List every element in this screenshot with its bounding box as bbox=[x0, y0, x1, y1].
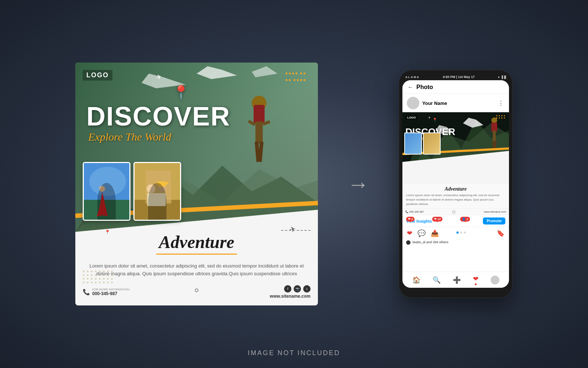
phone-mockup: ALAMA 4:50 PM | 1st May 17 ● ▐ ▓ ← Photo… bbox=[399, 70, 513, 298]
likes-nav-button[interactable]: ❤ bbox=[473, 275, 478, 285]
thumbnail-2 bbox=[133, 162, 181, 221]
ig-actions-row: ❤ 4 ❤ 12 👤 1 ❤ 💬 📤 bbox=[402, 227, 509, 240]
ig-bottom-nav: 🏠 🔍 ➕ ❤ bbox=[402, 272, 509, 288]
battery-icon: ▓ bbox=[504, 75, 506, 79]
signal-icon: ▐ bbox=[501, 75, 503, 79]
follower-avatar bbox=[406, 240, 410, 245]
like-button[interactable]: ❤ bbox=[407, 229, 412, 237]
headline-text: DISCOVER bbox=[86, 103, 230, 130]
svg-rect-34 bbox=[493, 131, 496, 142]
twitter-icon: t bbox=[303, 285, 311, 293]
dotted-flight-path bbox=[281, 230, 311, 237]
ig-phone-info: 📞 000-345-987 bbox=[405, 210, 424, 213]
heart-notif-bubble: ❤ 12 bbox=[432, 217, 442, 222]
carrier-label: ALAMA bbox=[405, 75, 420, 79]
ig-caption-area: Adventure Lorem ipsum dolor sit amet, co… bbox=[402, 184, 509, 209]
ig-profile-row: Your Name ⋮ bbox=[402, 94, 509, 112]
ig-header: ← Photo bbox=[402, 80, 509, 94]
more-options-icon[interactable]: ⋮ bbox=[498, 100, 505, 107]
subheadline-text: Explore The World bbox=[88, 131, 171, 143]
phone-status-bar: ALAMA 4:50 PM | 1st May 17 ● ▐ ▓ bbox=[402, 75, 509, 79]
like-notif-bubble: ❤ 4 bbox=[406, 217, 415, 222]
ig-footer-info: 📞 000-345-987 www.sitename.com bbox=[402, 209, 509, 215]
phone-label: FOR MORE INFORMATION: bbox=[92, 288, 130, 291]
phone-icon: 📞 bbox=[83, 289, 90, 296]
ig-thumbnails bbox=[404, 132, 441, 155]
share-notif-icon: 👤 bbox=[462, 217, 466, 221]
ig-phone-icon: 📞 bbox=[405, 210, 409, 213]
ig-username: Your Name bbox=[422, 100, 447, 106]
ig-adventure-text: Adventure bbox=[406, 186, 505, 192]
instagram-icon: 📷 bbox=[294, 285, 301, 293]
dots-pattern bbox=[285, 70, 307, 85]
heart-notif-icon: ❤ bbox=[434, 217, 437, 221]
thumbnail-1 bbox=[83, 162, 130, 221]
promote-button[interactable]: Promote bbox=[483, 217, 505, 224]
like-notif-icon: ❤ bbox=[408, 217, 410, 221]
svg-marker-3 bbox=[197, 66, 237, 79]
svg-rect-24 bbox=[147, 193, 166, 206]
svg-rect-13 bbox=[84, 200, 130, 221]
back-button[interactable]: ← bbox=[408, 84, 413, 91]
location-pin-icon: 📍 bbox=[173, 85, 189, 100]
svg-rect-6 bbox=[254, 105, 265, 123]
ig-post-image: LOGO 📍 ✈ DISCOVER Explore The World bbox=[402, 112, 509, 184]
post-footer: 📞 FOR MORE INFORMATION: 000-345-987 f 📷 … bbox=[83, 285, 311, 299]
phone-time: 4:50 PM | 1st May 17 bbox=[443, 75, 475, 79]
svg-point-20 bbox=[147, 184, 155, 193]
photo-thumbnails bbox=[83, 162, 181, 221]
share-notif-bubble: 👤 1 bbox=[460, 217, 470, 222]
ig-location-pin: 📍 bbox=[433, 118, 437, 122]
svg-rect-23 bbox=[158, 181, 166, 187]
ig-header-title: Photo bbox=[416, 84, 433, 91]
post-logo: LOGO bbox=[83, 70, 112, 81]
status-icons: ● ▐ ▓ bbox=[498, 75, 506, 79]
nav-notification-dot bbox=[475, 283, 477, 285]
arrow-container: → bbox=[347, 171, 369, 197]
phone-number: 000-345-987 bbox=[92, 291, 130, 296]
followers-text: lwaito_al and 394 others bbox=[402, 240, 509, 246]
ig-website-info: www.sitename.com bbox=[484, 210, 506, 213]
website-url: www.sitename.com bbox=[270, 294, 311, 299]
post-card: LOGO ✈ 📍 DISCOVER Explore The World bbox=[75, 63, 318, 305]
svg-rect-7 bbox=[255, 121, 263, 144]
section-title: Adventure bbox=[159, 232, 234, 252]
search-nav-button[interactable]: 🔍 bbox=[433, 276, 441, 284]
direction-arrow: → bbox=[347, 171, 369, 197]
ig-post-logo: LOGO bbox=[405, 115, 418, 120]
ig-footer-circle bbox=[452, 210, 455, 213]
user-avatar bbox=[407, 97, 419, 109]
ig-thumb-1 bbox=[404, 132, 422, 155]
phone-screen: ← Photo Your Name ⋮ bbox=[402, 80, 509, 288]
adventure-underline bbox=[156, 254, 237, 255]
carousel-dots bbox=[456, 231, 466, 235]
bookmark-button[interactable]: 🔖 bbox=[496, 229, 505, 237]
dots-grid-bottom bbox=[83, 270, 113, 283]
post-description: Lorem ipsum dolor sit amet, consectetur … bbox=[86, 262, 307, 278]
wifi-icon: ● bbox=[498, 75, 500, 79]
facebook-icon: f bbox=[284, 285, 291, 293]
share-button[interactable]: 📤 bbox=[431, 229, 439, 237]
small-location-pin: 📍 bbox=[105, 230, 110, 235]
ig-thumb-2 bbox=[423, 132, 441, 155]
main-content: LOGO ✈ 📍 DISCOVER Explore The World bbox=[0, 63, 588, 305]
profile-nav-button[interactable] bbox=[491, 276, 499, 284]
comment-button[interactable]: 💬 bbox=[417, 229, 426, 237]
footer-phone: 📞 FOR MORE INFORMATION: 000-345-987 bbox=[83, 288, 130, 296]
footer-right: f 📷 t www.sitename.com bbox=[270, 285, 311, 299]
svg-marker-4 bbox=[252, 66, 277, 77]
dot-3 bbox=[464, 231, 466, 234]
svg-point-14 bbox=[89, 167, 126, 196]
footer-circle-decor bbox=[195, 289, 198, 292]
ig-dots-pattern bbox=[496, 115, 505, 118]
dot-1 bbox=[456, 231, 459, 234]
ig-caption-text: Lorem ipsum dolor sit amet, consectetur … bbox=[406, 193, 505, 206]
add-nav-button[interactable]: ➕ bbox=[453, 276, 461, 284]
svg-rect-33 bbox=[491, 123, 497, 132]
svg-point-15 bbox=[99, 186, 105, 192]
dot-2 bbox=[460, 231, 462, 234]
home-nav-button[interactable]: 🏠 bbox=[412, 276, 420, 284]
bottom-label: IMAGE NOT INCLUDED bbox=[248, 349, 340, 357]
